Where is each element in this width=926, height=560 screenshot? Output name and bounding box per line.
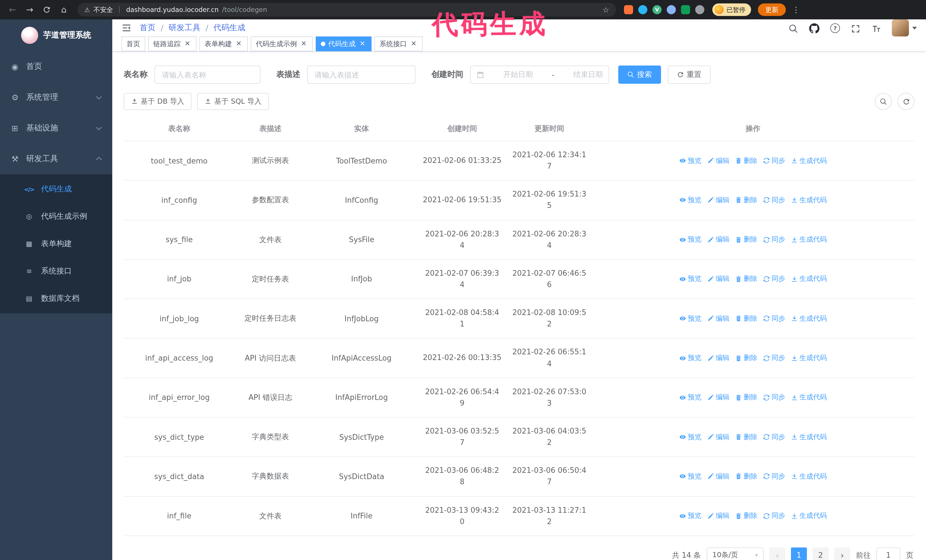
delete-action[interactable]: 删除: [735, 195, 757, 205]
breadcrumb-home[interactable]: 首页: [139, 23, 156, 33]
preview-action[interactable]: 预览: [679, 156, 702, 166]
edit-action[interactable]: 编辑: [707, 393, 729, 403]
delete-action[interactable]: 删除: [735, 274, 757, 284]
close-icon[interactable]: ×: [359, 40, 366, 48]
app-logo[interactable]: 芋道管理系统: [0, 20, 112, 51]
preview-action[interactable]: 预览: [679, 314, 702, 324]
edit-action[interactable]: 编辑: [707, 235, 729, 245]
page-button-1[interactable]: 1: [791, 548, 807, 560]
goto-page-input[interactable]: [876, 548, 900, 560]
edit-action[interactable]: 编辑: [707, 472, 729, 482]
browser-menu-icon[interactable]: ⋮: [792, 5, 800, 14]
user-menu[interactable]: [892, 20, 917, 36]
sidebar-item-home[interactable]: ◉ 首页: [0, 51, 112, 82]
edit-action[interactable]: 编辑: [707, 274, 729, 284]
edit-action[interactable]: 编辑: [707, 353, 729, 363]
generate-code-action[interactable]: 生成代码: [791, 432, 827, 442]
sidebar-item-codegen-example[interactable]: ◎ 代码生成示例: [0, 203, 112, 230]
breadcrumb-devtools[interactable]: 研发工具: [168, 23, 200, 33]
bookmark-star-icon[interactable]: ☆: [602, 5, 609, 14]
preview-action[interactable]: 预览: [679, 393, 702, 403]
generate-code-action[interactable]: 生成代码: [791, 274, 827, 284]
toggle-search-button[interactable]: [875, 93, 892, 110]
sidebar-item-devtools[interactable]: ⚒ 研发工具: [0, 143, 112, 174]
table-row[interactable]: sys_file 文件表 SysFile 2021-02-06 20:28:3 …: [124, 220, 915, 260]
paused-profile-badge[interactable]: 已暂停: [712, 3, 751, 16]
sync-action[interactable]: 同步: [763, 511, 785, 521]
preview-action[interactable]: 预览: [679, 195, 702, 205]
tab-form-builder[interactable]: 表单构建 ×: [200, 36, 248, 51]
close-icon[interactable]: ×: [183, 40, 191, 48]
sidebar-item-infrastructure[interactable]: ⊞ 基础设施: [0, 113, 112, 143]
tab-codegen-example[interactable]: 代码生成示例 ×: [251, 36, 313, 51]
generate-code-action[interactable]: 生成代码: [791, 235, 827, 245]
table-row[interactable]: inf_job 定时任务表 InfJob 2021-02-07 06:39:3 …: [124, 260, 915, 299]
page-size-select[interactable]: 10条/页 ▾: [707, 548, 764, 560]
prev-page-button[interactable]: ‹: [769, 548, 785, 560]
generate-code-action[interactable]: 生成代码: [791, 393, 827, 403]
close-icon[interactable]: ×: [300, 40, 308, 48]
page-button-2[interactable]: 2: [813, 548, 829, 560]
extension-icon[interactable]: [667, 5, 676, 14]
github-link[interactable]: [809, 23, 819, 33]
table-name-input[interactable]: [154, 65, 260, 84]
sync-action[interactable]: 同步: [763, 274, 785, 284]
table-row[interactable]: inf_job_log 定时任务日志表 InfJobLog 2021-02-08…: [124, 299, 915, 338]
sync-action[interactable]: 同步: [763, 393, 785, 403]
generate-code-action[interactable]: 生成代码: [791, 195, 827, 205]
help-button[interactable]: ?: [830, 23, 840, 33]
edit-action[interactable]: 编辑: [707, 314, 729, 324]
close-icon[interactable]: ×: [410, 40, 418, 48]
tab-home[interactable]: 首页: [121, 36, 145, 51]
reload-button[interactable]: [40, 3, 54, 17]
close-icon[interactable]: ×: [235, 40, 243, 48]
delete-action[interactable]: 删除: [735, 393, 757, 403]
delete-action[interactable]: 删除: [735, 235, 757, 245]
address-bar[interactable]: ⚠ 不安全 dashboard.yudao.iocoder.cn/tool/co…: [77, 3, 616, 17]
tab-tracing[interactable]: 链路追踪 ×: [148, 36, 197, 51]
extension-icon[interactable]: V: [652, 5, 661, 14]
edit-action[interactable]: 编辑: [707, 195, 729, 205]
create-time-range-picker[interactable]: 开始日期 - 结束日期: [470, 65, 609, 84]
extension-icon[interactable]: [638, 5, 648, 14]
tab-system-api[interactable]: 系统接口 ×: [374, 36, 423, 51]
table-row[interactable]: sys_dict_data 字典数据表 SysDictData 2021-03-…: [124, 457, 915, 497]
preview-action[interactable]: 预览: [679, 353, 702, 363]
search-button[interactable]: 搜索: [618, 65, 661, 84]
delete-action[interactable]: 删除: [735, 353, 757, 363]
sync-action[interactable]: 同步: [763, 314, 785, 324]
delete-action[interactable]: 删除: [735, 511, 757, 521]
generate-code-action[interactable]: 生成代码: [791, 156, 827, 166]
sidebar-item-system-api[interactable]: ≡ 系统接口: [0, 258, 112, 285]
edit-action[interactable]: 编辑: [707, 432, 729, 442]
reset-button[interactable]: 重置: [668, 65, 711, 84]
generate-code-action[interactable]: 生成代码: [791, 472, 827, 482]
edit-action[interactable]: 编辑: [707, 156, 729, 166]
generate-code-action[interactable]: 生成代码: [791, 511, 827, 521]
back-button[interactable]: ←: [6, 3, 20, 17]
extension-icon[interactable]: [681, 5, 690, 14]
generate-code-action[interactable]: 生成代码: [791, 353, 827, 363]
sidebar-item-form-builder[interactable]: ▦ 表单构建: [0, 230, 112, 258]
tab-codegen[interactable]: 代码生成 ×: [316, 36, 372, 51]
home-button[interactable]: ⌂: [57, 3, 71, 17]
sidebar-toggle-button[interactable]: [121, 23, 132, 33]
table-desc-input[interactable]: [307, 65, 415, 84]
sync-action[interactable]: 同步: [763, 195, 785, 205]
table-row[interactable]: sys_dict_type 字典类型表 SysDictType 2021-03-…: [124, 417, 915, 457]
delete-action[interactable]: 删除: [735, 314, 757, 324]
refresh-table-button[interactable]: [897, 93, 915, 110]
extension-icon[interactable]: [624, 5, 633, 14]
header-search-button[interactable]: [789, 23, 798, 33]
delete-action[interactable]: 删除: [735, 472, 757, 482]
puzzle-extension-icon[interactable]: [695, 5, 704, 14]
table-row[interactable]: inf_api_access_log API 访问日志表 InfApiAcces…: [124, 338, 915, 378]
preview-action[interactable]: 预览: [679, 511, 702, 521]
sync-action[interactable]: 同步: [763, 235, 785, 245]
preview-action[interactable]: 预览: [679, 274, 702, 284]
table-row[interactable]: inf_file 文件表 InfFile 2021-03-13 09:43:2 …: [124, 496, 915, 536]
sidebar-item-system-management[interactable]: ⚙ 系统管理: [0, 82, 112, 113]
sync-action[interactable]: 同步: [763, 156, 785, 166]
preview-action[interactable]: 预览: [679, 432, 702, 442]
table-row[interactable]: inf_config 参数配置表 InfConfig 2021-02-06 19…: [124, 181, 915, 220]
